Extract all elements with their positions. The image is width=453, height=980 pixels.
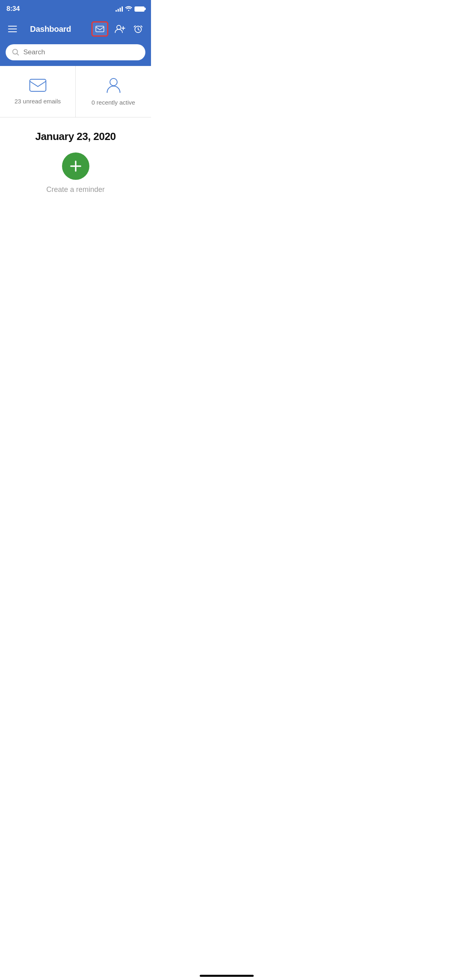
active-stat-icon [106,77,121,95]
svg-point-7 [110,78,117,86]
email-stat-icon [29,78,47,94]
signal-icon [116,6,123,12]
create-reminder-label: Create a reminder [46,185,105,194]
battery-icon [134,6,145,12]
status-bar: 8:34 [0,0,151,18]
search-bar [0,40,151,66]
svg-rect-6 [30,79,46,91]
search-input-wrapper[interactable] [6,44,145,60]
active-stat-label: 0 recently active [91,99,135,106]
nav-bar: Dashboard [0,18,151,40]
mail-button[interactable] [91,21,108,37]
add-user-button[interactable] [113,23,127,35]
create-reminder-button[interactable] [62,152,89,180]
alarm-icon [133,24,143,34]
svg-point-1 [117,25,121,29]
search-input[interactable] [23,48,139,56]
emails-stat-card[interactable]: 23 unread emails [0,66,76,117]
svg-rect-0 [96,26,104,32]
alarm-button[interactable] [132,23,145,35]
status-icons [116,6,145,12]
main-content: January 23, 2020 Create a reminder [0,117,151,207]
stats-row: 23 unread emails 0 recently active [0,66,151,117]
mail-icon [95,26,104,32]
page-title: Dashboard [14,25,87,34]
date-display: January 23, 2020 [35,130,116,143]
plus-icon [69,160,82,173]
active-stat-card[interactable]: 0 recently active [76,66,151,117]
emails-stat-label: 23 unread emails [14,98,61,105]
add-user-icon [115,25,125,33]
status-time: 8:34 [6,5,20,13]
search-icon [12,49,19,56]
wifi-icon [125,6,132,12]
